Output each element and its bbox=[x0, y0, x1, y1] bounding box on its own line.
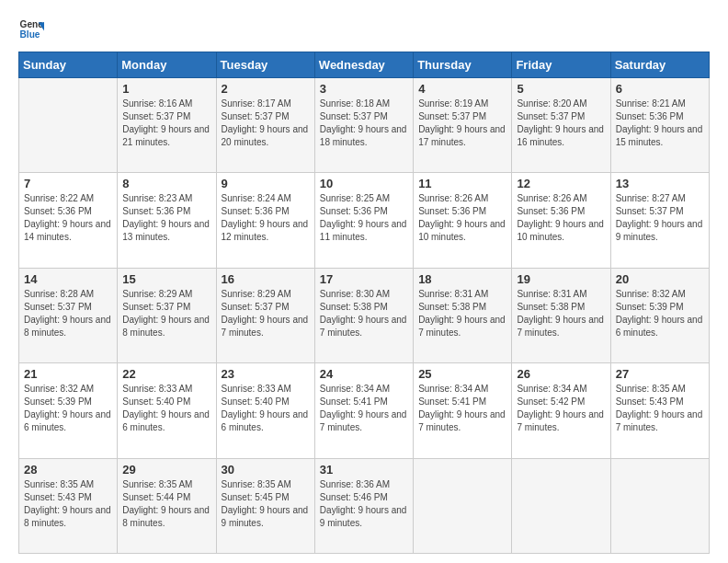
calendar-cell: 11Sunrise: 8:26 AMSunset: 5:36 PMDayligh… bbox=[414, 173, 512, 268]
sunrise-text: Sunrise: 8:35 AM bbox=[24, 478, 112, 491]
sunset-text: Sunset: 5:46 PM bbox=[320, 491, 408, 504]
daylight-text: Daylight: 9 hours and 8 minutes. bbox=[24, 504, 112, 530]
calendar-cell: 12Sunrise: 8:26 AMSunset: 5:36 PMDayligh… bbox=[512, 173, 610, 268]
sunrise-text: Sunrise: 8:16 AM bbox=[122, 98, 210, 110]
daylight-text: Daylight: 9 hours and 7 minutes. bbox=[517, 408, 605, 434]
calendar-week-5: 28Sunrise: 8:35 AMSunset: 5:43 PMDayligh… bbox=[19, 458, 710, 553]
calendar-cell: 9Sunrise: 8:24 AMSunset: 5:36 PMDaylight… bbox=[216, 173, 314, 268]
calendar-cell: 3Sunrise: 8:18 AMSunset: 5:37 PMDaylight… bbox=[314, 78, 413, 173]
daylight-text: Daylight: 9 hours and 9 minutes. bbox=[320, 504, 408, 530]
day-number: 11 bbox=[418, 177, 506, 190]
sunrise-text: Sunrise: 8:29 AM bbox=[122, 288, 210, 301]
calendar-cell: 28Sunrise: 8:35 AMSunset: 5:43 PMDayligh… bbox=[19, 458, 118, 553]
daylight-text: Daylight: 9 hours and 9 minutes. bbox=[222, 504, 310, 530]
sunrise-text: Sunrise: 8:28 AM bbox=[24, 288, 112, 301]
sunset-text: Sunset: 5:37 PM bbox=[616, 205, 704, 218]
day-info: Sunrise: 8:35 AMSunset: 5:44 PMDaylight:… bbox=[122, 478, 210, 530]
sunset-text: Sunset: 5:39 PM bbox=[24, 396, 112, 408]
calendar-cell: 8Sunrise: 8:23 AMSunset: 5:36 PMDaylight… bbox=[118, 173, 216, 268]
day-info: Sunrise: 8:26 AMSunset: 5:36 PMDaylight:… bbox=[517, 192, 605, 244]
calendar-cell: 10Sunrise: 8:25 AMSunset: 5:36 PMDayligh… bbox=[314, 173, 413, 268]
sunset-text: Sunset: 5:36 PM bbox=[122, 205, 210, 218]
calendar-cell: 1Sunrise: 8:16 AMSunset: 5:37 PMDaylight… bbox=[118, 78, 216, 173]
day-number: 16 bbox=[222, 272, 310, 286]
sunrise-text: Sunrise: 8:21 AM bbox=[616, 98, 704, 110]
day-number: 3 bbox=[320, 82, 408, 96]
day-info: Sunrise: 8:35 AMSunset: 5:43 PMDaylight:… bbox=[24, 478, 112, 530]
day-number: 1 bbox=[122, 82, 210, 96]
calendar-cell: 27Sunrise: 8:35 AMSunset: 5:43 PMDayligh… bbox=[610, 363, 709, 458]
header: General Blue bbox=[18, 17, 710, 42]
sunrise-text: Sunrise: 8:33 AM bbox=[122, 383, 210, 396]
sunset-text: Sunset: 5:38 PM bbox=[418, 301, 506, 314]
day-info: Sunrise: 8:16 AMSunset: 5:37 PMDaylight:… bbox=[122, 98, 210, 149]
day-number: 22 bbox=[122, 367, 210, 381]
day-number: 10 bbox=[320, 177, 408, 190]
day-info: Sunrise: 8:21 AMSunset: 5:36 PMDaylight:… bbox=[616, 98, 704, 149]
calendar-body: 1Sunrise: 8:16 AMSunset: 5:37 PMDaylight… bbox=[19, 78, 710, 554]
day-info: Sunrise: 8:33 AMSunset: 5:40 PMDaylight:… bbox=[122, 383, 210, 434]
day-number: 20 bbox=[616, 272, 704, 286]
day-number: 12 bbox=[517, 177, 605, 190]
sunrise-text: Sunrise: 8:23 AM bbox=[122, 192, 210, 205]
sunset-text: Sunset: 5:41 PM bbox=[418, 396, 506, 408]
day-info: Sunrise: 8:31 AMSunset: 5:38 PMDaylight:… bbox=[517, 288, 605, 339]
daylight-text: Daylight: 9 hours and 10 minutes. bbox=[418, 218, 506, 244]
day-number: 4 bbox=[418, 82, 506, 96]
sunrise-text: Sunrise: 8:26 AM bbox=[517, 192, 605, 205]
calendar-cell: 26Sunrise: 8:34 AMSunset: 5:42 PMDayligh… bbox=[512, 363, 610, 458]
col-thursday: Thursday bbox=[414, 52, 512, 78]
calendar-page: General Blue Sunday Monday Tuesday Wedne… bbox=[0, 0, 728, 563]
sunset-text: Sunset: 5:44 PM bbox=[122, 491, 210, 504]
day-number: 31 bbox=[320, 463, 408, 477]
calendar-cell: 16Sunrise: 8:29 AMSunset: 5:37 PMDayligh… bbox=[216, 268, 314, 362]
sunset-text: Sunset: 5:41 PM bbox=[320, 396, 408, 408]
day-number: 23 bbox=[222, 367, 310, 381]
daylight-text: Daylight: 9 hours and 10 minutes. bbox=[517, 218, 605, 244]
calendar-cell: 25Sunrise: 8:34 AMSunset: 5:41 PMDayligh… bbox=[414, 363, 512, 458]
day-number: 18 bbox=[418, 272, 506, 286]
calendar-cell: 2Sunrise: 8:17 AMSunset: 5:37 PMDaylight… bbox=[216, 78, 314, 173]
calendar-table: Sunday Monday Tuesday Wednesday Thursday… bbox=[18, 52, 710, 554]
day-number: 27 bbox=[616, 367, 704, 381]
daylight-text: Daylight: 9 hours and 8 minutes. bbox=[24, 314, 112, 339]
sunrise-text: Sunrise: 8:22 AM bbox=[24, 192, 112, 205]
day-info: Sunrise: 8:29 AMSunset: 5:37 PMDaylight:… bbox=[222, 288, 310, 339]
calendar-cell: 4Sunrise: 8:19 AMSunset: 5:37 PMDaylight… bbox=[414, 78, 512, 173]
calendar-cell: 23Sunrise: 8:33 AMSunset: 5:40 PMDayligh… bbox=[216, 363, 314, 458]
sunset-text: Sunset: 5:36 PM bbox=[24, 205, 112, 218]
sunset-text: Sunset: 5:38 PM bbox=[517, 301, 605, 314]
calendar-cell: 5Sunrise: 8:20 AMSunset: 5:37 PMDaylight… bbox=[512, 78, 610, 173]
day-number: 7 bbox=[24, 177, 112, 190]
day-info: Sunrise: 8:19 AMSunset: 5:37 PMDaylight:… bbox=[418, 98, 506, 149]
sunset-text: Sunset: 5:37 PM bbox=[122, 301, 210, 314]
daylight-text: Daylight: 9 hours and 17 minutes. bbox=[418, 123, 506, 149]
day-number: 8 bbox=[122, 177, 210, 190]
calendar-cell: 21Sunrise: 8:32 AMSunset: 5:39 PMDayligh… bbox=[19, 363, 118, 458]
day-number: 6 bbox=[616, 82, 704, 96]
day-info: Sunrise: 8:22 AMSunset: 5:36 PMDaylight:… bbox=[24, 192, 112, 244]
sunrise-text: Sunrise: 8:35 AM bbox=[616, 383, 704, 396]
day-info: Sunrise: 8:36 AMSunset: 5:46 PMDaylight:… bbox=[320, 478, 408, 530]
sunset-text: Sunset: 5:37 PM bbox=[24, 301, 112, 314]
day-number: 19 bbox=[517, 272, 605, 286]
sunset-text: Sunset: 5:45 PM bbox=[222, 491, 310, 504]
day-info: Sunrise: 8:34 AMSunset: 5:42 PMDaylight:… bbox=[517, 383, 605, 434]
sunset-text: Sunset: 5:39 PM bbox=[616, 301, 704, 314]
calendar-cell: 24Sunrise: 8:34 AMSunset: 5:41 PMDayligh… bbox=[314, 363, 413, 458]
daylight-text: Daylight: 9 hours and 7 minutes. bbox=[320, 408, 408, 434]
sunset-text: Sunset: 5:36 PM bbox=[320, 205, 408, 218]
svg-text:Blue: Blue bbox=[20, 29, 40, 40]
col-wednesday: Wednesday bbox=[314, 52, 413, 78]
day-number: 21 bbox=[24, 367, 112, 381]
sunset-text: Sunset: 5:40 PM bbox=[122, 396, 210, 408]
calendar-cell: 19Sunrise: 8:31 AMSunset: 5:38 PMDayligh… bbox=[512, 268, 610, 362]
sunset-text: Sunset: 5:37 PM bbox=[222, 301, 310, 314]
daylight-text: Daylight: 9 hours and 8 minutes. bbox=[122, 314, 210, 339]
day-info: Sunrise: 8:35 AMSunset: 5:45 PMDaylight:… bbox=[222, 478, 310, 530]
calendar-cell: 29Sunrise: 8:35 AMSunset: 5:44 PMDayligh… bbox=[118, 458, 216, 553]
sunset-text: Sunset: 5:36 PM bbox=[418, 205, 506, 218]
daylight-text: Daylight: 9 hours and 16 minutes. bbox=[517, 123, 605, 149]
calendar-cell bbox=[610, 458, 709, 553]
sunrise-text: Sunrise: 8:36 AM bbox=[320, 478, 408, 491]
